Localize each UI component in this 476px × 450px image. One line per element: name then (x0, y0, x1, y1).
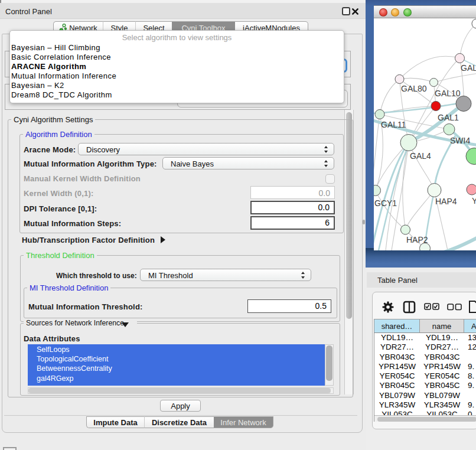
svg-text:GAL2: GAL2 (461, 63, 476, 73)
svg-text:GAL10: GAL10 (435, 89, 461, 98)
svg-text:GAL4: GAL4 (410, 151, 431, 161)
svg-text:YM: YM (472, 196, 476, 206)
svg-text:GAL80: GAL80 (401, 84, 427, 93)
svg-text:SWI4: SWI4 (450, 136, 470, 145)
svg-text:HAP2: HAP2 (406, 235, 428, 244)
svg-text:GAL1: GAL1 (438, 113, 459, 122)
svg-text:GCY1: GCY1 (374, 198, 397, 208)
svg-text:GAL11: GAL11 (381, 120, 406, 129)
svg-text:HAP4: HAP4 (435, 197, 457, 206)
